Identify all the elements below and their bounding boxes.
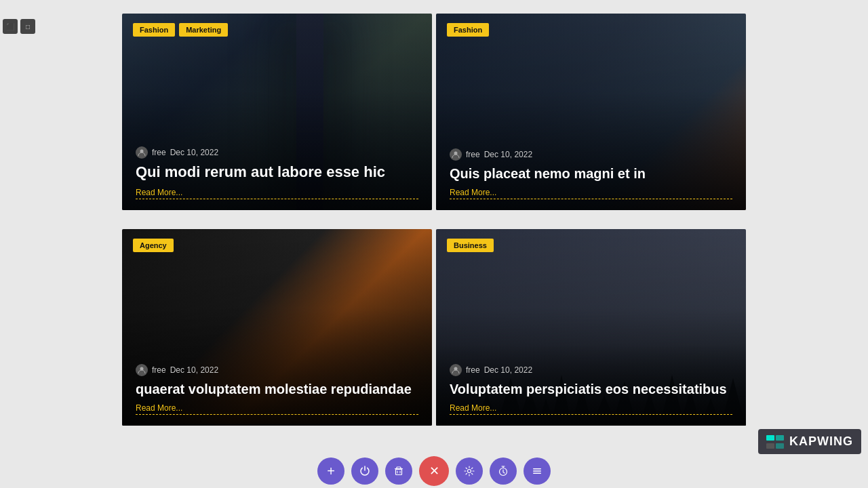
card-1-overlay: free Dec 10, 2022 Qui modi rerum aut lab… [122, 14, 432, 210]
card-3-free: free [152, 365, 166, 375]
avatar-icon-3 [136, 364, 148, 376]
add-button[interactable]: + [317, 458, 344, 485]
left-panel-btn-2[interactable]: □ [20, 19, 35, 34]
tag-business[interactable]: Business [447, 239, 494, 252]
card-1[interactable]: Fashion Marketing free Dec 10, 2022 Qui … [122, 14, 432, 210]
card-1-date: Dec 10, 2022 [170, 148, 218, 157]
card-3-meta: free Dec 10, 2022 [136, 364, 418, 376]
card-4-read-more[interactable]: Read More... [450, 403, 732, 415]
card-3-date: Dec 10, 2022 [170, 365, 218, 375]
settings-button[interactable] [456, 458, 483, 485]
card-2[interactable]: Fashion free Dec 10, 2022 Quis placeat n… [436, 14, 746, 210]
avatar-icon-2 [450, 148, 462, 161]
main-grid: Fashion Marketing free Dec 10, 2022 Qui … [0, 0, 868, 454]
card-4-date: Dec 10, 2022 [484, 365, 532, 375]
card-4-title: Voluptatem perspiciatis eos necessitatib… [450, 380, 732, 398]
svg-rect-28 [533, 470, 541, 472]
left-panel-btn-1[interactable]: ⬛ [3, 19, 18, 34]
card-2-date: Dec 10, 2022 [484, 150, 532, 159]
card-4-tags: Business [447, 239, 494, 252]
close-button[interactable]: ✕ [419, 456, 449, 486]
avatar-icon-4 [450, 364, 462, 376]
card-1-meta: free Dec 10, 2022 [136, 146, 418, 159]
card-1-free: free [152, 148, 166, 157]
card-2-meta: free Dec 10, 2022 [450, 148, 732, 161]
card-3[interactable]: Agency free Dec 10, 2022 quaerat volupta… [122, 229, 432, 426]
tag-fashion[interactable]: Fashion [133, 23, 175, 37]
card-2-read-more[interactable]: Read More... [450, 188, 732, 199]
tag-agency[interactable]: Agency [133, 239, 174, 252]
card-3-read-more[interactable]: Read More... [136, 403, 418, 415]
kapwing-watermark: KAPWING [758, 429, 861, 454]
card-2-overlay: free Dec 10, 2022 Quis placeat nemo magn… [436, 14, 746, 210]
card-3-overlay: free Dec 10, 2022 quaerat voluptatem mol… [122, 229, 432, 426]
svg-rect-29 [533, 473, 541, 474]
svg-point-25 [468, 470, 471, 473]
card-1-title: Qui modi rerum aut labore esse hic [136, 163, 418, 182]
timer-button[interactable] [490, 458, 517, 485]
delete-button[interactable] [385, 458, 412, 485]
card-1-tags: Fashion Marketing [133, 23, 228, 37]
card-3-title: quaerat voluptatem molestiae repudiandae [136, 380, 418, 398]
card-1-read-more[interactable]: Read More... [136, 188, 418, 199]
svg-rect-22 [396, 470, 402, 475]
card-4-meta: free Dec 10, 2022 [450, 364, 732, 376]
tag-fashion-2[interactable]: Fashion [447, 23, 489, 37]
card-4[interactable]: Business free Dec 10, 2022 Voluptatem pe… [436, 229, 746, 426]
power-button[interactable] [351, 458, 378, 485]
kapwing-text-label: KAPWING [789, 434, 853, 449]
card-2-free: free [466, 150, 480, 159]
kapwing-logo-icon [766, 435, 784, 449]
card-2-tags: Fashion [447, 23, 489, 37]
svg-rect-27 [533, 468, 541, 470]
card-3-tags: Agency [133, 239, 174, 252]
toolbar: + ✕ [0, 454, 868, 488]
card-2-title: Quis placeat nemo magni et in [450, 165, 732, 182]
menu-button[interactable] [524, 458, 551, 485]
card-4-overlay: free Dec 10, 2022 Voluptatem perspiciati… [436, 229, 746, 426]
avatar-icon [136, 146, 148, 159]
card-4-free: free [466, 365, 480, 375]
tag-marketing[interactable]: Marketing [179, 23, 228, 37]
